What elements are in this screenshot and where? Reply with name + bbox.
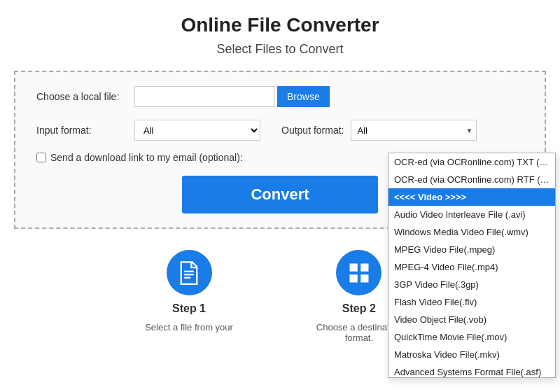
dropdown-item[interactable]: MPEG Video File(.mpeg)	[388, 241, 555, 258]
dropdown-item[interactable]: Video Object File(.vob)	[388, 311, 555, 328]
output-format-select[interactable]: All	[351, 120, 477, 141]
step-1-item: Step 1 Select a file from your	[145, 250, 233, 343]
email-label-text: Send a download link to my email (option…	[50, 152, 243, 163]
dropdown-item[interactable]: OCR-ed (via OCRonline.com) TXT (.txt)	[388, 153, 555, 171]
email-checkbox-label[interactable]: Send a download link to my email (option…	[36, 152, 243, 163]
file-icon	[176, 260, 202, 286]
dropdown-item[interactable]: 3GP Video File(.3gp)	[388, 276, 555, 293]
page-subtitle: Select Files to Convert	[0, 42, 560, 57]
input-format-select[interactable]: All	[134, 120, 260, 141]
output-format-wrapper: All ▼	[351, 120, 477, 141]
output-format-label: Output format:	[281, 125, 344, 136]
svg-rect-3	[349, 263, 357, 271]
step-1-desc: Select a file from your	[145, 322, 233, 332]
svg-rect-5	[349, 274, 357, 282]
file-input[interactable]	[134, 86, 274, 107]
dropdown-item[interactable]: Matroska Video File(.mkv)	[388, 346, 555, 363]
dropdown-item[interactable]: Flash Video File(.flv)	[388, 293, 555, 311]
page-title: Online File Converter	[0, 14, 560, 36]
email-checkbox[interactable]	[36, 153, 46, 162]
svg-rect-6	[360, 274, 368, 282]
file-row: Choose a local file: Browse	[36, 86, 524, 107]
browse-button[interactable]: Browse	[277, 86, 330, 107]
step-1-label: Step 1	[172, 302, 206, 315]
dropdown-item[interactable]: Advanced Systems Format File(.asf)	[388, 363, 555, 377]
dropdown-scroll-area[interactable]: OCR-ed (via OCRonline.com) TXT (.txt)OCR…	[388, 153, 555, 377]
output-format-dropdown[interactable]: OCR-ed (via OCRonline.com) TXT (.txt)OCR…	[388, 153, 556, 378]
format-row: Input format: All Output format: All ▼	[36, 120, 524, 141]
dropdown-item[interactable]: OCR-ed (via OCRonline.com) RTF (.rtf)	[388, 171, 555, 188]
dropdown-item[interactable]: QuickTime Movie File(.mov)	[388, 328, 555, 346]
dropdown-item[interactable]: Windows Media Video File(.wmv)	[388, 223, 555, 241]
dropdown-item[interactable]: <<<< Video >>>>	[388, 188, 555, 206]
step-2-label: Step 2	[342, 302, 376, 315]
grid-icon	[346, 260, 372, 286]
dropdown-item[interactable]: Audio Video Interleave File (.avi)	[388, 206, 555, 223]
input-format-label: Input format:	[36, 125, 134, 136]
dropdown-item[interactable]: MPEG-4 Video File(.mp4)	[388, 258, 555, 276]
svg-rect-4	[360, 263, 368, 271]
file-label: Choose a local file:	[36, 91, 134, 102]
step-1-icon-circle	[167, 250, 212, 295]
convert-button[interactable]: Convert	[182, 176, 378, 214]
step-2-icon-circle	[336, 250, 382, 295]
